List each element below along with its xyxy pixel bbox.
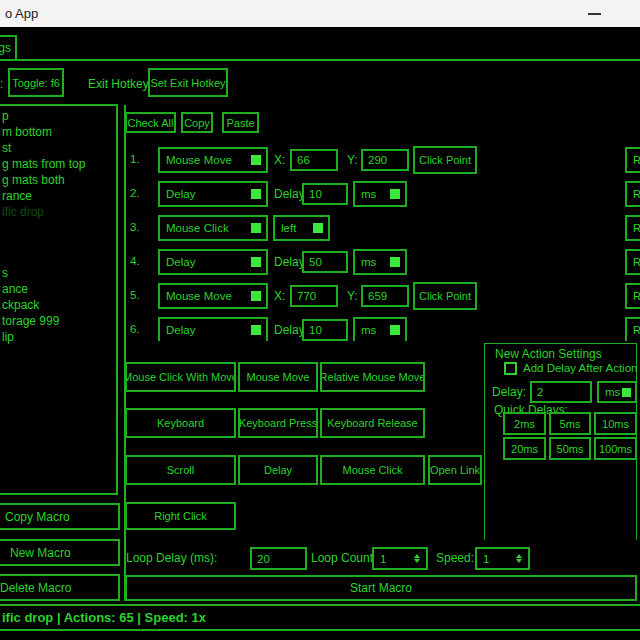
status-bar-bottom-divider — [0, 629, 640, 631]
action-row-6: 6. Delay Delay 10 ms R — [0, 317, 640, 341]
add-keyboard-press-button[interactable]: Keyboard Press — [238, 408, 318, 438]
add-mouse-click-with-move-button[interactable]: Mouse Click With Move — [125, 362, 236, 392]
action-row-4: 4. Delay Delay 50 ms R — [0, 249, 640, 275]
quick-delay-5ms-button[interactable]: 5ms — [549, 412, 591, 435]
spinner-down-icon[interactable] — [414, 559, 420, 563]
hotkey-label-fragment: : — [0, 77, 3, 91]
status-bar-top-divider — [0, 604, 640, 606]
delete-macro-button[interactable]: Delete Macro — [0, 574, 120, 601]
macro-list-item[interactable]: m bottom — [2, 125, 52, 140]
paste-button[interactable]: Paste — [222, 112, 259, 133]
x-input[interactable]: 66 — [290, 149, 338, 171]
quick-delay-10ms-button[interactable]: 10ms — [594, 412, 637, 435]
copy-button[interactable]: Copy — [181, 112, 213, 133]
exit-hotkey-label: Exit Hotkey: — [88, 77, 152, 91]
y-input[interactable]: 290 — [361, 149, 409, 171]
remove-action-button[interactable]: R — [625, 215, 640, 241]
click-point-button[interactable]: Click Point — [413, 146, 477, 174]
macro-list-item[interactable]: p — [2, 109, 9, 124]
action-type-dropdown[interactable]: Delay — [158, 249, 268, 275]
action-type-dropdown[interactable]: Delay — [158, 317, 268, 341]
add-keyboard-release-button[interactable]: Keyboard Release — [320, 408, 425, 438]
spinner-down-icon[interactable] — [516, 559, 522, 563]
add-open-link-button[interactable]: Open Link — [428, 455, 482, 485]
action-type-dropdown[interactable]: Delay — [158, 181, 268, 207]
minimize-button[interactable] — [588, 13, 601, 15]
x-label: X: — [274, 153, 285, 167]
y-input[interactable]: 659 — [361, 285, 409, 307]
action-number: 1. — [130, 153, 140, 165]
delay-unit-dropdown[interactable]: ms — [353, 249, 407, 275]
delay-label: Delay — [274, 323, 305, 337]
dropdown-indicator-icon — [251, 325, 261, 335]
action-rows-list: 1. Mouse Move X: 66 Y: 290 Click Point R… — [0, 140, 640, 341]
spinner-up-icon[interactable] — [414, 554, 420, 558]
add-right-click-button[interactable]: Right Click — [125, 502, 236, 530]
delay-input[interactable]: 50 — [302, 251, 348, 273]
toggle-hotkey-button[interactable]: Toggle: f6 — [8, 68, 64, 97]
action-type-dropdown[interactable]: Mouse Move — [158, 147, 268, 173]
action-number: 4. — [130, 255, 140, 267]
add-delay-button[interactable]: Delay — [238, 455, 318, 485]
remove-action-button[interactable]: R — [625, 181, 640, 207]
new-action-settings-title: New Action Settings — [495, 347, 602, 361]
action-type-dropdown[interactable]: Mouse Click — [158, 215, 268, 241]
y-label: Y: — [347, 289, 358, 303]
speed-stepper[interactable]: 1 — [475, 547, 530, 570]
tab-strip-divider — [0, 59, 640, 61]
dropdown-indicator-icon — [622, 388, 631, 397]
add-delay-checkbox[interactable] — [504, 362, 517, 375]
settings-delay-input[interactable]: 2 — [530, 381, 592, 403]
quick-delay-2ms-button[interactable]: 2ms — [503, 412, 546, 435]
dropdown-indicator-icon — [251, 223, 261, 233]
remove-action-button[interactable]: R — [625, 249, 640, 275]
click-point-button[interactable]: Click Point — [413, 282, 477, 310]
action-number: 6. — [130, 323, 140, 335]
set-exit-hotkey-button[interactable]: Set Exit Hotkey — [148, 68, 228, 97]
add-scroll-button[interactable]: Scroll — [125, 455, 236, 485]
remove-action-button[interactable]: R — [625, 283, 640, 309]
check-all-button[interactable]: Check All — [125, 112, 176, 133]
action-row-2: 2. Delay Delay 10 ms R — [0, 181, 640, 207]
action-row-5: 5. Mouse Move X: 770 Y: 659 Click Point … — [0, 283, 640, 309]
delay-input[interactable]: 10 — [302, 319, 348, 341]
loop-count-stepper[interactable]: 1 — [372, 547, 428, 570]
loop-delay-label: Loop Delay (ms): — [126, 551, 217, 565]
quick-delay-100ms-button[interactable]: 100ms — [594, 437, 637, 460]
dropdown-indicator-icon — [251, 291, 261, 301]
remove-action-button[interactable]: R — [625, 147, 640, 173]
add-mouse-move-button[interactable]: Mouse Move — [238, 362, 318, 392]
y-label: Y: — [347, 153, 358, 167]
action-number: 3. — [130, 221, 140, 233]
quick-delay-20ms-button[interactable]: 20ms — [503, 437, 546, 460]
mouse-button-dropdown[interactable]: left — [273, 215, 330, 241]
add-relative-mouse-move-button[interactable]: Relative Mouse Move — [320, 362, 425, 392]
delay-input[interactable]: 10 — [302, 183, 348, 205]
spinner-up-icon[interactable] — [516, 554, 522, 558]
remove-action-button[interactable]: R — [625, 317, 640, 341]
add-delay-checkbox-label: Add Delay After Action — [523, 362, 637, 374]
delay-unit-dropdown[interactable]: ms — [353, 181, 407, 207]
delay-label: Delay — [274, 255, 305, 269]
tab-settings[interactable]: gs — [0, 35, 17, 61]
action-type-dropdown[interactable]: Mouse Move — [158, 283, 268, 309]
action-row-3: 3. Mouse Click left R — [0, 215, 640, 241]
dropdown-indicator-icon — [313, 223, 323, 233]
dropdown-indicator-icon — [390, 189, 400, 199]
x-label: X: — [274, 289, 285, 303]
copy-macro-button[interactable]: Copy Macro — [0, 503, 120, 530]
settings-delay-unit-dropdown[interactable]: ms — [597, 381, 637, 403]
action-number: 2. — [130, 187, 140, 199]
delay-unit-dropdown[interactable]: ms — [353, 317, 407, 341]
speed-label: Speed: — [436, 551, 474, 565]
loop-count-label: Loop Count: — [311, 551, 376, 565]
dropdown-indicator-icon — [251, 257, 261, 267]
quick-delay-50ms-button[interactable]: 50ms — [549, 437, 591, 460]
start-macro-button[interactable]: Start Macro — [125, 575, 637, 601]
add-keyboard-button[interactable]: Keyboard — [125, 408, 236, 438]
add-mouse-click-button[interactable]: Mouse Click — [320, 455, 425, 485]
new-macro-button[interactable]: New Macro — [0, 539, 120, 566]
loop-delay-input[interactable]: 20 — [250, 547, 307, 570]
app-window: o App gs : Toggle: f6 Exit Hotkey: Set E… — [0, 0, 640, 640]
x-input[interactable]: 770 — [290, 285, 338, 307]
